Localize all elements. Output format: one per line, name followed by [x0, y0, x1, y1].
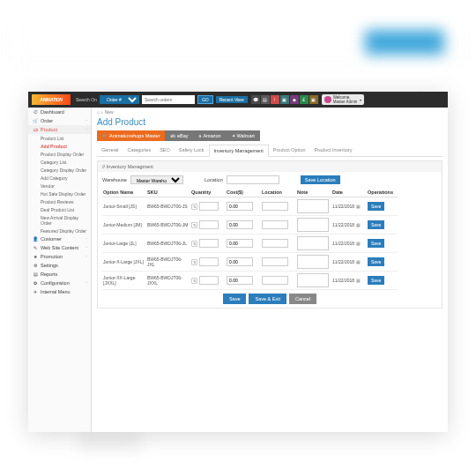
home-icon[interactable]: ⌂ — [97, 109, 100, 115]
save-button[interactable]: Save — [223, 294, 247, 304]
calendar-icon[interactable]: ▦ — [356, 204, 361, 209]
date-value: 11/22/2018 — [332, 241, 354, 246]
sidebar-sub-vendor[interactable]: Vendor — [28, 182, 91, 190]
note-input[interactable] — [297, 199, 329, 213]
qty-spinner[interactable]: ⇅ — [191, 204, 197, 210]
sidebar-sub-featured-display-order[interactable]: Featured Display Order — [28, 227, 91, 234]
sidebar-sub-product-list[interactable]: Product List — [28, 134, 91, 142]
row-save-button[interactable]: Save — [368, 239, 384, 248]
sidebar-sub-deal-product-list[interactable]: Deal Product List — [28, 205, 91, 213]
go-button[interactable]: GO — [197, 95, 213, 104]
alert-icon[interactable]: ! — [271, 95, 279, 104]
sidebar-item-internal-menu[interactable]: ✈Internal Menu — [28, 287, 91, 296]
qty-spinner[interactable]: ⇅ — [191, 241, 197, 247]
qty-input[interactable] — [199, 257, 219, 266]
calendar-icon[interactable]: ▦ — [356, 222, 361, 227]
cost-input[interactable] — [227, 239, 253, 248]
qty-spinner[interactable]: ⇅ — [191, 222, 197, 228]
save-exit-button[interactable]: Save & Exit — [249, 294, 286, 304]
search-type-select[interactable]: Order # — [100, 95, 139, 104]
box-icon[interactable]: ▣ — [280, 95, 289, 104]
nav-label: Order — [41, 118, 53, 123]
location-input[interactable] — [262, 239, 288, 248]
cost-input[interactable] — [227, 202, 253, 211]
sidebar-item-customer[interactable]: 👤Customer˅ — [28, 234, 91, 243]
store-tab-amazon[interactable]: aAmazon — [194, 130, 227, 141]
chevron-down-icon: ˅ — [86, 281, 87, 286]
tag-icon[interactable]: ◆ — [290, 95, 299, 104]
option-name: Junior-Small [JS] — [102, 197, 146, 216]
recent-view-button[interactable]: Recent View — [216, 96, 248, 103]
tab-general[interactable]: General — [97, 145, 123, 156]
location-input[interactable] — [262, 276, 288, 285]
qty-input[interactable] — [199, 239, 219, 248]
qty-input[interactable] — [199, 202, 219, 211]
sidebar-item-reports[interactable]: ▤Reports — [28, 270, 91, 279]
row-save-button[interactable]: Save — [368, 202, 384, 211]
store-tab-animationshops-master[interactable]: 🛒Animationshops Master — [97, 130, 165, 141]
sidebar-sub-hot-sale-display-order[interactable]: Hot Sale Display Order — [28, 190, 91, 197]
tab-product-option[interactable]: Product Option — [269, 145, 310, 156]
qty-input[interactable] — [199, 276, 219, 285]
user-menu[interactable]: Welcome, Master Admin ▾ — [322, 94, 365, 105]
money-icon[interactable]: £ — [300, 95, 309, 104]
note-input[interactable] — [297, 236, 329, 250]
row-save-button[interactable]: Save — [368, 257, 384, 266]
sidebar-sub-new-arrival-display-order[interactable]: New Arrival Display Order — [28, 213, 91, 227]
location-input[interactable] — [262, 202, 288, 211]
sku: BW65-BWDJT06-JXL — [146, 253, 190, 271]
tab-safety-lock[interactable]: Safety Lock — [175, 145, 209, 156]
calendar-icon[interactable]: ▦ — [356, 241, 361, 246]
location-input[interactable] — [227, 175, 279, 184]
speech-icon[interactable]: 💬 — [251, 95, 260, 104]
cart-icon[interactable]: ▣ — [309, 95, 318, 104]
cost-input[interactable] — [227, 257, 253, 266]
search-input[interactable] — [142, 95, 195, 104]
sidebar-item-configuration[interactable]: ✿Configuration˅ — [28, 279, 91, 287]
todo-icon[interactable]: ▤ — [261, 95, 270, 104]
inventory-table: Option NameSKUQuantityCost($)LocationNot… — [102, 188, 437, 290]
sidebar-item-settings[interactable]: ⚙Settings — [28, 261, 91, 270]
tab-seo[interactable]: SEO — [155, 145, 175, 156]
store-tabs: 🛒Animationshops MasterebeBayaAmazon✦Walm… — [97, 130, 443, 141]
cancel-button[interactable]: Cancel — [289, 294, 316, 304]
col-sku: SKU — [146, 188, 190, 197]
note-input[interactable] — [297, 273, 329, 287]
save-location-button[interactable]: Save Location — [301, 175, 340, 184]
sidebar-item-dashboard[interactable]: ⏱Dashboard — [28, 108, 91, 116]
tab-categories[interactable]: Categories — [123, 145, 156, 156]
qty-spinner[interactable]: ⇅ — [191, 278, 197, 284]
calendar-icon[interactable]: ▦ — [356, 278, 361, 283]
sidebar-sub-product-reviews[interactable]: Product Reviews — [28, 197, 91, 205]
note-input[interactable] — [297, 255, 329, 269]
row-save-button[interactable]: Save — [368, 276, 384, 285]
sidebar-sub-category-display-order[interactable]: Category Display Order — [28, 166, 91, 174]
tab-product-inventory[interactable]: Product Inventory — [310, 145, 357, 156]
chevron-down-icon: ˅ — [86, 255, 87, 259]
tab-inventory-management[interactable]: Inventory Management — [209, 145, 269, 157]
store-tab-walmart[interactable]: ✦Walmart — [227, 130, 260, 141]
row-save-button[interactable]: Save — [368, 220, 384, 229]
date-value: 11/22/2018 — [332, 259, 354, 264]
sidebar-sub-add-category[interactable]: Add Category — [28, 174, 91, 182]
cost-input[interactable] — [227, 220, 253, 229]
sidebar-item-order[interactable]: 🛒Order˅ — [28, 116, 91, 125]
page-title: Add Product — [92, 116, 448, 130]
calendar-icon[interactable]: ▦ — [356, 259, 361, 264]
location-input[interactable] — [262, 257, 288, 266]
qty-input[interactable] — [199, 220, 219, 229]
nav-icon: ⚙ — [32, 263, 39, 268]
sidebar-item-product[interactable]: 🗂Product˅ — [28, 125, 91, 134]
note-input[interactable] — [297, 218, 329, 232]
store-tab-ebay[interactable]: ebeBay — [165, 130, 193, 141]
sidebar-sub-category-list[interactable]: Category List — [28, 158, 91, 166]
location-input[interactable] — [262, 220, 288, 229]
sidebar-item-promotion[interactable]: ★Promotion˅ — [28, 252, 91, 261]
sidebar-sub-product-display-order[interactable]: Product Display Order — [28, 150, 91, 158]
sidebar-sub-add-product[interactable]: Add Product — [28, 142, 91, 150]
qty-spinner[interactable]: ⇅ — [191, 259, 197, 265]
warehouse-select[interactable]: Master Wareho — [130, 175, 183, 184]
cost-input[interactable] — [227, 276, 253, 285]
sidebar-item-web-site-content[interactable]: ✎Web Site Content˅ — [28, 243, 91, 252]
nav-icon: 🗂 — [32, 127, 39, 132]
